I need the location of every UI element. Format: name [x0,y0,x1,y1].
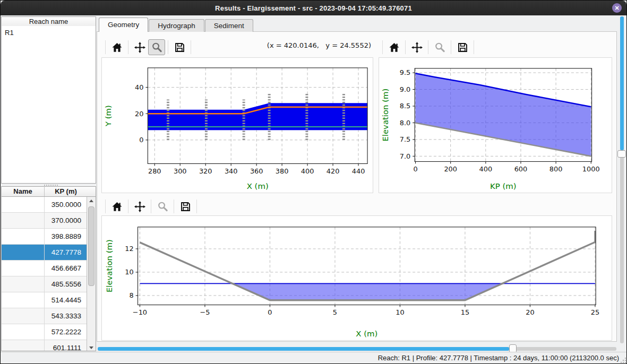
table-row[interactable]: 398.8889 [2,229,87,245]
pan-button[interactable] [408,39,425,55]
save-button[interactable] [177,198,194,214]
cell-kp[interactable]: 398.8889 [45,229,87,244]
scroll-up-button[interactable] [87,197,96,204]
floppy-icon [174,41,186,54]
cell-name[interactable] [2,213,45,228]
cell-kp[interactable]: 370.0000 [45,213,87,228]
window-title: Results - Elargissement - src - 2023-09-… [215,4,412,12]
svg-text:20: 20 [135,110,143,118]
table-row[interactable]: 572.2222 [2,324,87,340]
window-body: Reach name R1 Name KP (m) 350.0000370.00… [1,15,627,352]
svg-text:−5: −5 [200,308,210,316]
status-text: Reach: R1 | Profile: 427.7778 | Timestam… [378,354,619,362]
cell-kp[interactable]: 485.5556 [45,276,87,292]
magnifier-icon [434,41,446,54]
statusbar: Reach: R1 | Profile: 427.7778 | Timestam… [1,352,627,364]
svg-text:380: 380 [276,167,289,175]
svg-text:600: 600 [514,165,528,173]
pan-button[interactable] [131,198,148,214]
profile-toolbar [380,38,477,56]
svg-text:7.0: 7.0 [400,152,410,160]
cross-section-plot[interactable]: −10−5051015202581012X (m)Elevation (m) [101,215,612,341]
table-row[interactable]: 370.0000 [2,213,87,229]
svg-text:8.0: 8.0 [400,119,410,127]
cell-kp[interactable]: 572.2222 [45,324,87,340]
tab-sediment[interactable]: Sediment [205,19,253,32]
svg-text:9.0: 9.0 [400,85,410,93]
cell-name[interactable] [2,245,45,260]
table-row[interactable]: 543.3333 [2,308,87,324]
column-header-name[interactable]: Name [2,187,45,196]
magnifier-icon [151,41,163,54]
reach-list-item[interactable]: R1 [2,26,96,39]
home-button[interactable] [385,39,402,55]
table-row[interactable]: 427.7778 [2,245,87,261]
scrollbar-thumb[interactable] [88,206,95,286]
svg-text:Elevation (m): Elevation (m) [381,89,390,142]
save-button[interactable] [454,39,471,55]
cell-name[interactable] [2,261,45,276]
slider-filled-track [98,347,509,351]
table-row[interactable]: 514.4445 [2,292,87,308]
cell-kp[interactable]: 350.0000 [45,197,87,212]
cell-kp[interactable]: 427.7778 [45,245,87,260]
cell-name[interactable] [2,340,45,351]
svg-text:−10: −10 [133,308,147,316]
cross-section-toolbar [102,197,200,215]
svg-text:12: 12 [125,245,133,253]
tab-hydrograph[interactable]: Hydrograph [149,19,204,32]
tab-geometry[interactable]: Geometry [99,18,148,32]
home-button[interactable] [108,198,125,214]
scroll-down-button[interactable] [87,344,96,351]
vertical-slider-handle[interactable] [617,150,626,158]
pan-button[interactable] [131,39,148,55]
cell-name[interactable] [2,229,45,244]
column-header-kp[interactable]: KP (m) [45,187,87,196]
svg-text:300: 300 [174,167,187,175]
table-row[interactable]: 350.0000 [2,197,87,213]
profiles-table-body: 350.0000370.0000398.8889427.7778456.6667… [2,197,87,351]
triangle-down-icon [89,346,93,349]
cell-name[interactable] [2,324,45,340]
cell-kp[interactable]: 456.6667 [45,261,87,276]
svg-text:200: 200 [444,165,457,173]
cell-kp[interactable]: 543.3333 [45,308,87,324]
vertical-slider[interactable] [617,16,626,343]
main-panel: Geometry Hydrograph Sediment [96,15,617,352]
table-row[interactable]: 456.6667 [2,261,87,276]
long-profile-plot[interactable]: 020040060080010007.07.58.08.59.09.5KP (m… [379,57,612,193]
titlebar[interactable]: Results - Elargissement - src - 2023-09-… [1,1,626,15]
svg-text:340: 340 [225,167,238,175]
resize-grip[interactable] [625,362,626,363]
close-button[interactable]: ✕ [612,3,622,13]
svg-text:360: 360 [250,167,263,175]
reach-name-header: Reach name [1,16,96,27]
cursor-coordinates: (x = 420.0146, y = 24.5552) [256,41,371,49]
home-icon [388,41,400,54]
home-button[interactable] [108,39,125,55]
svg-text:440: 440 [352,167,365,175]
svg-text:20: 20 [526,308,534,316]
cell-kp[interactable]: 601.1111 [45,340,87,351]
cell-name[interactable] [2,292,45,308]
reach-list[interactable]: R1 [1,26,96,184]
cell-name[interactable] [2,308,45,324]
profiles-table[interactable]: Name KP (m) 350.0000370.0000398.8889427.… [1,186,96,351]
svg-text:7.5: 7.5 [400,135,410,143]
cell-kp[interactable]: 514.4445 [45,292,87,308]
table-scrollbar[interactable] [87,197,96,351]
left-panel: Reach name R1 Name KP (m) 350.0000370.00… [1,15,96,351]
svg-text:320: 320 [199,167,212,175]
save-button[interactable] [171,39,188,55]
cell-name[interactable] [2,276,45,292]
table-row[interactable]: 485.5556 [2,276,87,292]
svg-text:10: 10 [396,308,404,316]
table-row[interactable]: 601.1111 [2,340,87,351]
zoom-button[interactable] [154,198,171,214]
close-icon: ✕ [614,5,619,12]
cell-name[interactable] [2,197,45,212]
profiles-table-header: Name KP (m) [2,187,96,197]
zoom-button[interactable] [148,39,165,55]
plan-view-plot[interactable]: 28030032034036038040042044002040X (m)Y (… [101,57,373,193]
zoom-button[interactable] [431,39,448,55]
